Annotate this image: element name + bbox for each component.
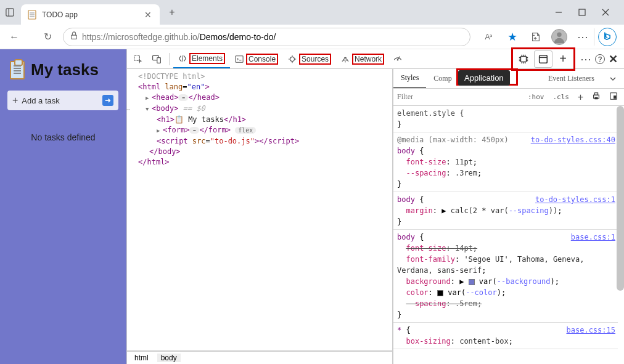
tab-performance-icon[interactable] xyxy=(389,49,406,67)
app-heading: My tasks xyxy=(10,60,120,79)
link-base-css-1[interactable]: base.css:1 xyxy=(571,232,615,243)
menu-icon[interactable]: ⋯ xyxy=(573,27,593,47)
tab-favicon xyxy=(27,10,37,20)
tab-close-icon[interactable]: ✕ xyxy=(142,9,154,20)
css-rules[interactable]: element.style {} @media (max-width: 450p… xyxy=(393,106,624,364)
profile-avatar[interactable] xyxy=(549,27,569,47)
app-pane: My tasks + Add a task ➜ No tasks defined xyxy=(0,49,126,364)
clipboard-icon xyxy=(10,61,25,79)
collections-icon[interactable] xyxy=(526,27,546,47)
dom-tree[interactable]: <!DOCTYPE html> <html lang="en"> ▶<head>… xyxy=(127,69,392,350)
svg-rect-20 xyxy=(540,55,548,63)
devtools-close-icon[interactable]: ✕ xyxy=(609,52,618,66)
tab-title: TODO app xyxy=(42,10,142,19)
svg-rect-24 xyxy=(594,97,597,100)
submit-arrow-icon[interactable]: ➜ xyxy=(102,95,113,106)
close-window-icon[interactable] xyxy=(601,7,610,17)
dom-breadcrumb[interactable]: html body xyxy=(127,350,392,364)
cls-toggle[interactable]: .cls xyxy=(550,93,572,101)
bing-chat-icon[interactable] xyxy=(598,28,617,46)
link-to-do-styles-40[interactable]: to-do-styles.css:40 xyxy=(531,134,615,145)
computed-toggle-icon[interactable] xyxy=(607,92,620,102)
device-toolbar-icon[interactable] xyxy=(148,51,165,68)
svg-rect-19 xyxy=(521,56,527,62)
plus-icon: + xyxy=(12,95,18,106)
tab-elements[interactable]: Elements xyxy=(173,49,230,68)
favorite-icon[interactable]: ★ xyxy=(503,27,522,47)
link-base-css-15[interactable]: base.css:15 xyxy=(567,325,615,336)
svg-rect-10 xyxy=(72,35,77,39)
add-task-label: Add a task xyxy=(22,96,59,105)
inspect-element-icon[interactable] xyxy=(129,51,147,68)
tab-network[interactable]: Network xyxy=(336,49,389,68)
tab-computed[interactable]: Comp xyxy=(426,69,459,88)
svg-rect-7 xyxy=(579,9,585,15)
link-to-do-styles-1[interactable]: to-do-styles.css:1 xyxy=(535,194,615,205)
application-tooltip: Application xyxy=(458,70,510,86)
svg-rect-15 xyxy=(236,55,243,62)
new-style-rule-icon[interactable]: + xyxy=(575,92,586,103)
add-task-button[interactable]: + Add a task ➜ xyxy=(7,91,118,110)
styles-filter-input[interactable] xyxy=(397,92,522,102)
hov-toggle[interactable]: :hov xyxy=(525,93,547,101)
url-text: https://microsoftedge.github.io/Demos/de… xyxy=(82,32,276,42)
tab-styles[interactable]: Styles xyxy=(393,69,426,88)
add-tool-icon[interactable]: + xyxy=(554,51,572,68)
crumb-body[interactable]: body xyxy=(157,354,181,362)
svg-rect-0 xyxy=(6,9,14,16)
svg-point-17 xyxy=(345,61,346,62)
tab-actions-icon[interactable] xyxy=(2,5,17,20)
tab-console[interactable]: Console xyxy=(230,49,283,68)
browser-tab[interactable]: TODO app ✕ xyxy=(21,4,160,25)
new-tab-button[interactable]: + xyxy=(163,4,181,21)
refresh-button[interactable]: ↻ xyxy=(38,28,57,46)
svg-rect-26 xyxy=(614,95,616,99)
maximize-icon[interactable] xyxy=(577,7,587,17)
tab-sources[interactable]: Sources xyxy=(283,49,336,68)
memory-tool-icon[interactable] xyxy=(514,51,533,68)
devtools-more-icon[interactable]: ⋯ xyxy=(580,52,591,66)
styles-more-icon[interactable] xyxy=(602,69,624,88)
help-icon[interactable]: ? xyxy=(595,54,605,64)
reading-mode-icon[interactable]: Aᵃ xyxy=(479,27,499,47)
svg-point-11 xyxy=(557,32,561,36)
svg-rect-14 xyxy=(157,57,161,63)
back-button[interactable]: ← xyxy=(5,28,23,46)
scrollbar[interactable] xyxy=(617,106,624,291)
minimize-icon[interactable] xyxy=(554,7,564,17)
no-tasks-text: No tasks defined xyxy=(6,132,120,142)
address-bar[interactable]: https://microsoftedge.github.io/Demos/de… xyxy=(63,28,470,46)
print-styles-icon[interactable] xyxy=(589,92,603,102)
crumb-html[interactable]: html xyxy=(131,354,152,362)
svg-point-18 xyxy=(397,59,398,60)
tab-event-listeners[interactable]: Event Listeners xyxy=(541,69,602,88)
lock-icon xyxy=(70,31,78,42)
application-tool-icon[interactable] xyxy=(534,51,552,68)
svg-rect-23 xyxy=(594,93,597,95)
devtools: Elements Console Sources Network + ⋯ ? ✕… xyxy=(126,49,624,364)
